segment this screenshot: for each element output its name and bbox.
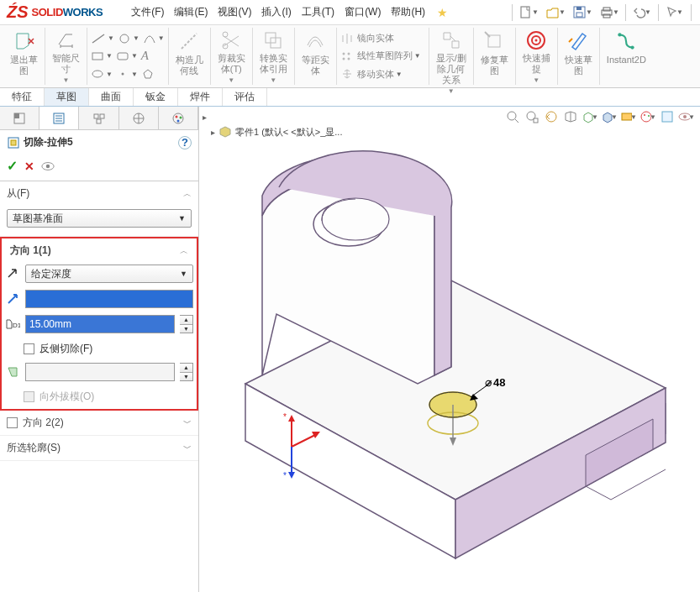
direction2-header[interactable]: 方向 2(2)﹀ — [0, 411, 198, 435]
instant2d[interactable]: Instant2D — [600, 28, 653, 85]
draft-outward-checkbox: 向外拔模(O) — [5, 390, 193, 404]
help-icon[interactable]: ? — [178, 136, 192, 149]
ribbon: 退出草 图 智能尺 寸▼ ▼▼▼ ▼▼A ▼▼ 构造几 何线 剪裁实 体(T)▼… — [0, 25, 700, 88]
tab-evaluate[interactable]: 评估 — [223, 88, 267, 106]
ptab-config[interactable] — [79, 107, 118, 129]
save-button[interactable]: ▼ — [570, 3, 595, 22]
exit-sketch-button[interactable]: 退出草 图 — [3, 28, 45, 85]
prev-view-icon[interactable] — [543, 108, 560, 125]
select-button[interactable]: ▼ — [662, 3, 687, 22]
print-button[interactable]: ▼ — [597, 3, 622, 22]
line-tool[interactable]: ▼▼▼ — [91, 29, 165, 47]
convert-entities[interactable]: 转换实 体引用▼ — [253, 28, 295, 85]
menu-window[interactable]: 窗口(W) — [339, 5, 386, 19]
construction-geometry[interactable]: 构造几 何线 — [169, 28, 211, 85]
apply-scene-icon[interactable] — [659, 108, 676, 125]
history-arrow-icon[interactable]: ▸ — [203, 113, 207, 122]
smart-dimension-button[interactable]: 智能尺 寸▼ — [45, 28, 87, 85]
repair-sketch[interactable]: 修复草 图 — [474, 28, 516, 85]
zoom-area-icon[interactable] — [524, 108, 540, 125]
svg-text:*: * — [283, 471, 287, 480]
move-entities[interactable]: 移动实体▼ — [340, 65, 425, 83]
hide-show-icon[interactable]: ▼ — [620, 108, 637, 125]
menu-tools[interactable]: 工具(T) — [297, 5, 339, 19]
cut-extrude-icon — [7, 136, 20, 149]
open-button[interactable]: ▼ — [543, 3, 568, 22]
ptab-property[interactable] — [39, 107, 79, 129]
from-header[interactable]: 从(F)︿ — [0, 181, 198, 206]
direction1-header[interactable]: 方向 1(1)︿ — [5, 242, 193, 259]
svg-point-7 — [120, 34, 129, 43]
draft-angle-input[interactable] — [25, 363, 175, 381]
menu-view[interactable]: 视图(V) — [213, 5, 256, 19]
heads-up-toolbar: ▼ ▼ ▼ ▼ ▼ — [504, 108, 695, 125]
origin-triad-icon: * * — [283, 413, 325, 480]
end-condition-dropdown[interactable]: 给定深度▼ — [25, 265, 193, 283]
undo-button[interactable]: ▼ — [629, 3, 655, 22]
tab-surface[interactable]: 曲面 — [89, 88, 134, 106]
svg-point-48 — [644, 114, 645, 116]
poly-tool[interactable]: ▼▼ — [91, 65, 165, 83]
svg-text:D1: D1 — [13, 322, 20, 329]
depth-spinner[interactable]: ▲▼ — [180, 315, 193, 333]
show-relations[interactable]: 显示/删 除几何 关系▼ — [429, 28, 474, 85]
direction2-section: 方向 2(2)﹀ — [0, 411, 198, 436]
menu-file[interactable]: 文件(F) — [126, 5, 169, 19]
svg-point-40 — [46, 164, 50, 167]
flyout-tree[interactable]: ▸ 零件1 (默认< <默认>_显... — [211, 125, 342, 139]
from-dropdown[interactable]: 草图基准面▼ — [7, 209, 192, 228]
svg-point-17 — [347, 52, 350, 55]
depth-input[interactable]: 15.00mm — [25, 315, 175, 333]
cancel-button[interactable]: ✕ — [24, 160, 34, 173]
rapid-sketch[interactable]: 快速草 图 — [558, 28, 600, 85]
ptab-dimxpert[interactable] — [119, 107, 159, 129]
ptab-feature-tree[interactable] — [0, 107, 39, 129]
flip-side-checkbox[interactable]: 反侧切除(F) — [5, 342, 193, 356]
feature-header: 切除-拉伸5 ? — [0, 130, 198, 155]
reverse-direction-button[interactable] — [5, 266, 20, 281]
display-style-icon[interactable]: ▼ — [601, 108, 618, 125]
ok-button[interactable]: ✓ — [7, 158, 18, 174]
zoom-fit-icon[interactable] — [504, 108, 521, 125]
tab-sketch[interactable]: 草图 — [45, 88, 89, 106]
tab-sheetmetal[interactable]: 钣金 — [134, 88, 178, 106]
graphics-viewport[interactable]: ▸ ▸ 零件1 (默认< <默认>_显... ▼ ▼ ▼ ▼ ▼ — [199, 107, 700, 592]
direction-vector-icon[interactable] — [5, 291, 20, 306]
part-icon — [218, 125, 232, 139]
section-view-icon[interactable] — [562, 108, 579, 125]
diameter-dimension[interactable]: ⌀48 — [485, 375, 505, 389]
svg-point-42 — [508, 112, 516, 120]
offset-entities[interactable]: 等距实 体 — [295, 28, 337, 85]
svg-point-54 — [322, 198, 389, 240]
rect-tool[interactable]: ▼▼A — [91, 47, 165, 65]
new-button[interactable]: ▼ — [516, 3, 541, 22]
quick-access: ▼ ▼ ▼ ▼ ▼ ▼ — [510, 3, 700, 22]
menu-insert[interactable]: 插入(I) — [256, 5, 296, 19]
preview-button[interactable] — [41, 161, 55, 171]
quick-snap[interactable]: 快速捕 捉▼ — [516, 28, 558, 85]
tab-weldment[interactable]: 焊件 — [178, 88, 223, 106]
ptab-appearance[interactable] — [159, 107, 198, 129]
linear-pattern[interactable]: 线性草图阵列▼ — [340, 47, 425, 65]
menu-help[interactable]: 帮助(H) — [386, 5, 430, 19]
star-icon[interactable]: ★ — [437, 6, 448, 19]
edit-appearance-icon[interactable]: ▼ — [639, 108, 656, 125]
tab-feature[interactable]: 特征 — [0, 88, 45, 106]
svg-point-13 — [223, 44, 228, 49]
mirror-entities[interactable]: 镜向实体 — [340, 29, 425, 47]
draft-spinner[interactable]: ▲▼ — [180, 363, 193, 381]
view-orientation-icon[interactable]: ▼ — [582, 108, 598, 125]
draft-icon[interactable] — [5, 364, 20, 380]
svg-point-18 — [342, 57, 345, 60]
trim-entities[interactable]: 剪裁实 体(T)▼ — [211, 28, 253, 85]
selected-contours-header[interactable]: 所选轮廓(S)﹀ — [0, 436, 198, 460]
logo-text: SOLIDWORKS — [32, 6, 103, 18]
svg-point-23 — [535, 39, 538, 42]
direction-reference-input[interactable] — [25, 290, 193, 308]
svg-rect-2 — [576, 13, 582, 17]
svg-point-36 — [176, 119, 179, 122]
property-manager: 切除-拉伸5 ? ✓ ✕ 从(F)︿ 草图基准面▼ 方向 1(1)︿ 给定深度▼ — [0, 107, 199, 592]
menu-edit[interactable]: 编辑(E) — [169, 5, 213, 19]
view-settings-icon[interactable]: ▼ — [678, 108, 695, 125]
menu-bar: ŹS SOLIDWORKS 文件(F) 编辑(E) 视图(V) 插入(I) 工具… — [0, 0, 700, 25]
